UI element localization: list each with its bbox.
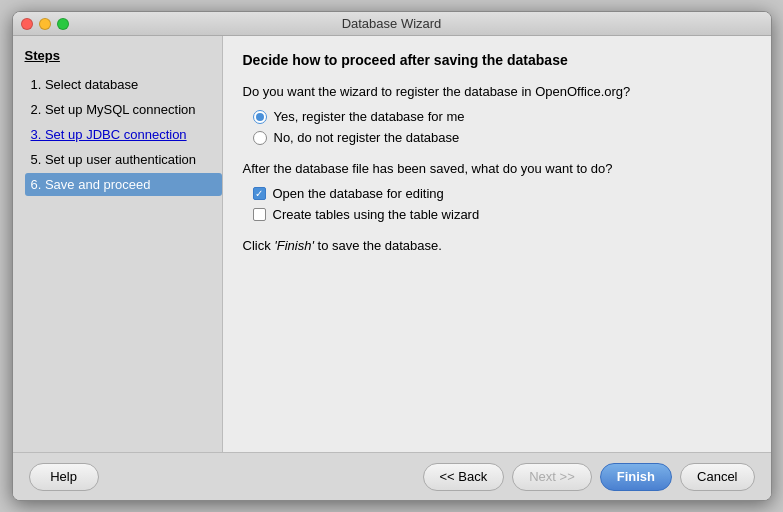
back-button[interactable]: << Back (423, 463, 505, 491)
help-button[interactable]: Help (29, 463, 99, 491)
minimize-button[interactable] (39, 18, 51, 30)
checkbox-open-editing-box[interactable] (253, 187, 266, 200)
register-radio-group: Yes, register the database for me No, do… (243, 109, 751, 145)
sidebar-item-select-database[interactable]: 1. Select database (25, 73, 222, 96)
sidebar-heading: Steps (25, 48, 222, 63)
sidebar-item-setup-jdbc[interactable]: 3. Set up JDBC connection (25, 123, 222, 146)
radio-yes-register[interactable]: Yes, register the database for me (253, 109, 751, 124)
radio-yes-register-circle[interactable] (253, 110, 267, 124)
checkbox-create-tables-box[interactable] (253, 208, 266, 221)
main-panel: Decide how to proceed after saving the d… (223, 36, 771, 452)
window-title: Database Wizard (342, 16, 442, 31)
finish-button[interactable]: Finish (600, 463, 672, 491)
sidebar-item-setup-auth[interactable]: 5. Set up user authentication (25, 148, 222, 171)
content-area: Steps 1. Select database 2. Set up MySQL… (13, 36, 771, 452)
database-wizard-window: Database Wizard Steps 1. Select database… (12, 11, 772, 501)
footer-left: Help (29, 463, 99, 491)
maximize-button[interactable] (57, 18, 69, 30)
sidebar-item-setup-mysql[interactable]: 2. Set up MySQL connection (25, 98, 222, 121)
question1-text: Do you want the wizard to register the d… (243, 84, 751, 99)
after-save-checkbox-group: Open the database for editing Create tab… (243, 186, 751, 222)
radio-no-register-circle[interactable] (253, 131, 267, 145)
radio-yes-register-label: Yes, register the database for me (274, 109, 465, 124)
sidebar-item-save-proceed[interactable]: 6. Save and proceed (25, 173, 222, 196)
checkbox-create-tables-label: Create tables using the table wizard (273, 207, 480, 222)
footer-right: << Back Next >> Finish Cancel (423, 463, 755, 491)
sidebar: Steps 1. Select database 2. Set up MySQL… (13, 36, 223, 452)
title-bar: Database Wizard (13, 12, 771, 36)
radio-no-register[interactable]: No, do not register the database (253, 130, 751, 145)
footer: Help << Back Next >> Finish Cancel (13, 452, 771, 500)
finish-instruction: Click 'Finish' to save the database. (243, 238, 751, 253)
main-title: Decide how to proceed after saving the d… (243, 52, 751, 68)
checkbox-open-editing-label: Open the database for editing (273, 186, 444, 201)
next-button[interactable]: Next >> (512, 463, 592, 491)
checkbox-create-tables[interactable]: Create tables using the table wizard (253, 207, 751, 222)
question2-text: After the database file has been saved, … (243, 161, 751, 176)
checkbox-open-editing[interactable]: Open the database for editing (253, 186, 751, 201)
traffic-lights (21, 18, 69, 30)
radio-no-register-label: No, do not register the database (274, 130, 460, 145)
close-button[interactable] (21, 18, 33, 30)
cancel-button[interactable]: Cancel (680, 463, 754, 491)
